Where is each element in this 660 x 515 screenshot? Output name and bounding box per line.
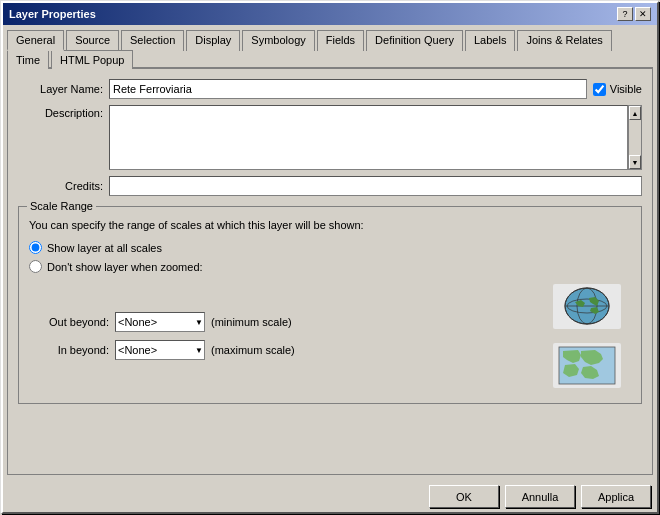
visible-checkbox[interactable] (593, 83, 606, 96)
radio-dont-show[interactable] (29, 260, 42, 273)
radio-dont-show-row: Don't show layer when zoomed: (29, 260, 631, 273)
out-beyond-hint: (minimum scale) (211, 316, 292, 328)
description-scrollbar[interactable]: ▲ ▼ (628, 105, 642, 170)
bottom-buttons: OK Annulla Applica (3, 479, 657, 512)
cancel-button[interactable]: Annulla (505, 485, 575, 508)
close-button[interactable]: ✕ (635, 7, 651, 21)
tab-definition-query[interactable]: Definition Query (366, 30, 463, 51)
radio-all-scales-label: Show layer at all scales (47, 242, 162, 254)
apply-button[interactable]: Applica (581, 485, 651, 508)
radio-all-scales[interactable] (29, 241, 42, 254)
layer-properties-window: Layer Properties ? ✕ General Source Sele… (1, 1, 659, 514)
scale-range-legend: Scale Range (27, 200, 96, 212)
visible-label: Visible (610, 83, 642, 95)
tab-general[interactable]: General (7, 30, 64, 51)
tab-labels[interactable]: Labels (465, 30, 515, 51)
globe-bottom-icon (553, 338, 621, 393)
scale-range-group: Scale Range You can specify the range of… (18, 206, 642, 404)
radio-dont-show-label: Don't show layer when zoomed: (47, 261, 203, 273)
tab-html-popup[interactable]: HTML Popup (51, 50, 133, 69)
globe-visualization (553, 279, 621, 393)
credits-label: Credits: (18, 180, 103, 192)
out-beyond-select[interactable]: <None> (115, 312, 205, 332)
title-bar-buttons: ? ✕ (617, 7, 651, 21)
scroll-down-btn[interactable]: ▼ (629, 155, 641, 169)
globe-top-icon (553, 279, 621, 334)
in-beyond-select[interactable]: <None> (115, 340, 205, 360)
in-beyond-hint: (maximum scale) (211, 344, 295, 356)
out-beyond-row: Out beyond: <None> (minimum scale) (39, 312, 533, 332)
visible-checkbox-row: Visible (593, 83, 642, 96)
scale-range-content: You can specify the range of scales at w… (29, 219, 631, 393)
description-textarea[interactable] (109, 105, 628, 170)
help-button[interactable]: ? (617, 7, 633, 21)
general-tab-content: Layer Name: Visible Description: ▲ ▼ (7, 69, 653, 475)
description-row: Description: ▲ ▼ (18, 105, 642, 170)
tab-selection[interactable]: Selection (121, 30, 184, 51)
tab-fields[interactable]: Fields (317, 30, 364, 51)
tab-source[interactable]: Source (66, 30, 119, 51)
tab-bar: General Source Selection Display Symbolo… (7, 29, 653, 69)
ok-button[interactable]: OK (429, 485, 499, 508)
layer-name-label: Layer Name: (18, 83, 103, 95)
scale-rows-left: Out beyond: <None> (minimum scale) (29, 312, 533, 360)
window-title: Layer Properties (9, 8, 96, 20)
tab-joins-relates[interactable]: Joins & Relates (517, 30, 611, 51)
in-beyond-select-wrapper: <None> (115, 340, 205, 360)
credits-input[interactable] (109, 176, 642, 196)
in-beyond-row: In beyond: <None> (maximum scale) (39, 340, 533, 360)
scale-rows-and-globe: Out beyond: <None> (minimum scale) (29, 279, 631, 393)
layer-name-input[interactable] (109, 79, 587, 99)
tab-time[interactable]: Time (7, 50, 49, 69)
tab-symbology[interactable]: Symbology (242, 30, 314, 51)
radio-all-scales-row: Show layer at all scales (29, 241, 631, 254)
window-content: General Source Selection Display Symbolo… (3, 25, 657, 479)
out-beyond-select-wrapper: <None> (115, 312, 205, 332)
description-label: Description: (18, 105, 103, 119)
scroll-track (629, 120, 641, 155)
in-beyond-label: In beyond: (39, 344, 109, 356)
tab-display[interactable]: Display (186, 30, 240, 51)
layer-name-row: Layer Name: Visible (18, 79, 642, 99)
description-container: ▲ ▼ (109, 105, 642, 170)
scale-range-description: You can specify the range of scales at w… (29, 219, 631, 231)
title-bar: Layer Properties ? ✕ (3, 3, 657, 25)
scroll-up-btn[interactable]: ▲ (629, 106, 641, 120)
out-beyond-label: Out beyond: (39, 316, 109, 328)
credits-row: Credits: (18, 176, 642, 196)
